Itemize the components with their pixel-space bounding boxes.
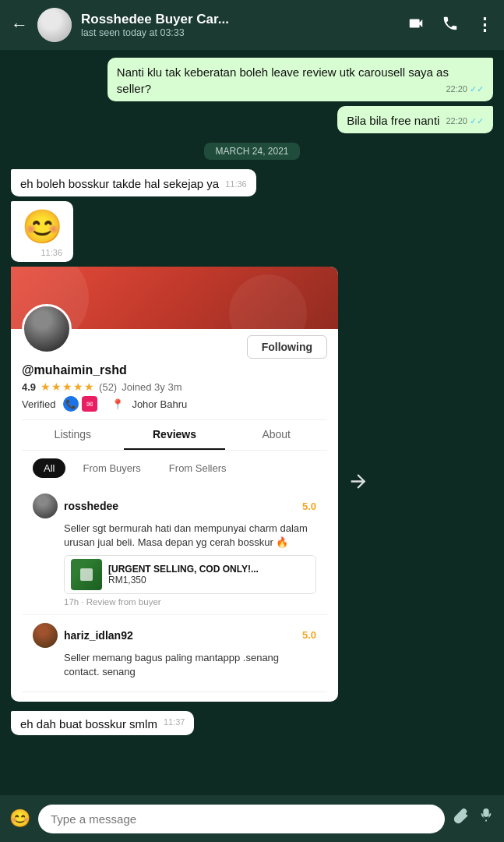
- contact-info: Rosshedee Buyer Car... last seen today a…: [81, 12, 398, 38]
- review-header: rosshedee 5.0: [33, 494, 316, 518]
- reviewer-avatar-2: [33, 623, 58, 648]
- pill-all[interactable]: All: [33, 458, 65, 478]
- filter-pills: All From Buyers From Sellers: [22, 451, 327, 486]
- review-header-2: hariz_idlan92 5.0: [33, 623, 316, 648]
- reviewer-left: rosshedee: [33, 494, 118, 518]
- message-text: Bila bila free nanti: [347, 114, 439, 127]
- tab-reviews[interactable]: Reviews: [124, 420, 226, 450]
- pill-from-buyers[interactable]: From Buyers: [72, 458, 151, 478]
- card-username: @muhaimin_rshd: [22, 363, 327, 377]
- emoji-content: 😊: [22, 208, 62, 245]
- rating-row: 4.9 ★ ★ ★ ★ ★ (52) Joined 3y 3m: [22, 380, 327, 393]
- review-item-1: rosshedee 5.0 Seller sgt bermurah hati d…: [22, 486, 327, 614]
- header-actions: ⋮: [407, 15, 493, 36]
- forward-icon[interactable]: [347, 471, 369, 498]
- tab-listings[interactable]: Listings: [22, 420, 124, 450]
- emoji-time: 11:36: [22, 248, 62, 257]
- profile-card: Following @muhaimin_rshd 4.9 ★ ★ ★ ★ ★ (…: [11, 267, 338, 702]
- message-time: 22:20 ✓✓: [446, 83, 484, 95]
- contact-name: Rosshedee Buyer Car...: [81, 12, 398, 27]
- product-thumbnail: [71, 559, 102, 590]
- message-emoji: 😊 11:36: [11, 201, 73, 262]
- bottom-message-text: eh dah buat bosskur smlm: [20, 717, 157, 731]
- input-area: 😊: [0, 795, 504, 842]
- attach-icon[interactable]: [453, 808, 470, 830]
- reviewer-name-2: hariz_idlan92: [64, 629, 133, 642]
- verified-label: Verified: [22, 398, 55, 410]
- message-text: Nanti klu tak keberatan boleh leave revi…: [117, 65, 449, 95]
- joined-text: Joined 3y 3m: [122, 381, 182, 393]
- review-text: Seller sgt bermurah hati dan mempunyai c…: [64, 522, 316, 550]
- message-input[interactable]: [38, 805, 445, 833]
- message-outgoing-1: Nanti klu tak keberatan boleh leave revi…: [107, 58, 493, 101]
- product-info: [URGENT SELLING, COD ONLY!... RM1,350: [108, 564, 309, 586]
- chat-header: ← Rosshedee Buyer Car... last seen today…: [0, 0, 504, 50]
- mic-icon[interactable]: [478, 808, 495, 830]
- message-time: 22:20 ✓✓: [446, 115, 484, 127]
- location-text: Johor Bahru: [132, 398, 187, 410]
- product-title: [URGENT SELLING, COD ONLY!...: [108, 564, 309, 575]
- emoji-picker-icon[interactable]: 😊: [9, 808, 30, 829]
- back-button[interactable]: ←: [11, 15, 28, 35]
- product-mini[interactable]: [URGENT SELLING, COD ONLY!... RM1,350: [64, 555, 316, 594]
- message-incoming-2: eh dah buat bosskur smlm 11:37: [11, 711, 194, 735]
- reviewer-name: rosshedee: [64, 500, 118, 512]
- phone-call-icon[interactable]: [442, 15, 459, 36]
- phone-verified-icon: 📞: [63, 396, 79, 412]
- card-body: @muhaimin_rshd 4.9 ★ ★ ★ ★ ★ (52) Joined…: [11, 329, 338, 702]
- contact-status: last seen today at 03:33: [81, 27, 398, 38]
- product-price: RM1,350: [108, 575, 309, 586]
- message-time: 11:36: [225, 179, 247, 190]
- date-divider: MARCH 24, 2021: [204, 143, 299, 160]
- review-score: 5.0: [302, 501, 316, 512]
- rating-score: 4.9: [22, 381, 36, 393]
- review-meta: 17h · Review from buyer: [64, 597, 316, 607]
- follow-button[interactable]: Following: [247, 335, 327, 359]
- reviewer-left-2: hariz_idlan92: [33, 623, 133, 648]
- video-call-icon[interactable]: [407, 15, 425, 36]
- review-score-2: 5.0: [302, 629, 316, 641]
- profile-picture: [22, 304, 72, 354]
- card-tabs: Listings Reviews About: [22, 419, 327, 451]
- message-incoming-1: eh boleh bosskur takde hal sekejap ya 11…: [11, 169, 256, 196]
- review-item-2: hariz_idlan92 5.0 Seller memang bagus pa…: [22, 615, 327, 692]
- svg-rect-0: [80, 568, 93, 581]
- rating-count: (52): [99, 381, 117, 393]
- stars: ★ ★ ★ ★ ★: [41, 380, 94, 393]
- reviewer-avatar: [33, 494, 58, 518]
- verified-row: Verified 📞 ✉ 📍 Johor Bahru: [22, 396, 327, 412]
- chat-area: Nanti klu tak keberatan boleh leave revi…: [0, 50, 504, 795]
- tab-about[interactable]: About: [225, 420, 327, 450]
- pill-from-sellers[interactable]: From Sellers: [158, 458, 238, 478]
- message-verified-icon: ✉: [82, 396, 97, 412]
- more-options-icon[interactable]: ⋮: [476, 15, 493, 35]
- review-text-2: Seller memang bagus paling mantappp .sen…: [64, 651, 316, 679]
- verified-icons: 📞 ✉: [63, 396, 97, 412]
- message-outgoing-2: Bila bila free nanti 22:20 ✓✓: [337, 106, 493, 133]
- avatar: [37, 8, 72, 42]
- bottom-message-time: 11:37: [164, 717, 185, 727]
- message-text: eh boleh bosskur takde hal sekejap ya: [20, 177, 219, 190]
